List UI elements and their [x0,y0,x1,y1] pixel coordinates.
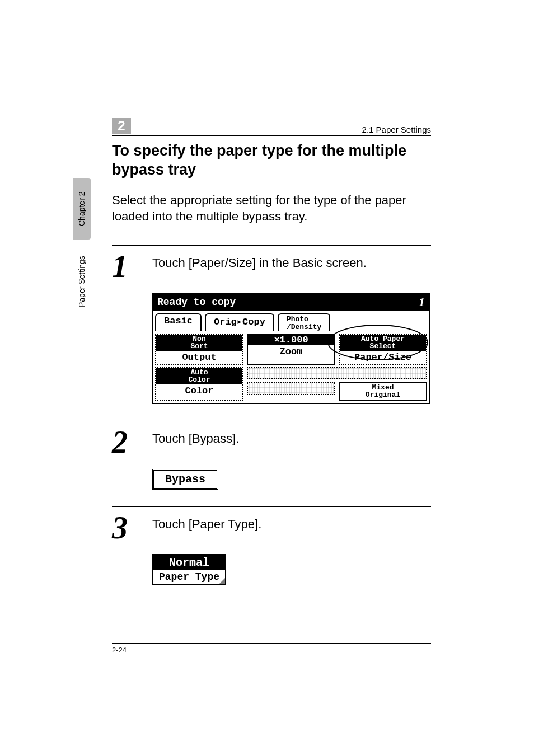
cell-mixed-original[interactable]: Mixed Original [339,382,427,401]
step-number: 2 [112,428,140,456]
chapter-number-box: 2 [112,118,131,134]
step-1: 1 Touch [Paper/Size] in the Basic screen… [112,245,431,404]
paper-type-button[interactable]: Normal Paper Type [152,554,226,585]
screen-title: Ready to copy [157,297,236,308]
breadcrumb: 2.1 Paper Settings [362,125,431,134]
page-number: 2-24 [112,646,127,654]
cell-output-label: Output [156,351,242,364]
tab-photo-density[interactable]: Photo /Density [278,313,330,331]
resize-corner-icon [219,578,225,584]
step-number: 1 [112,252,140,280]
cell-empty-left [247,382,335,395]
paper-type-top: Normal [153,555,225,570]
screen-count: 1 [419,295,425,309]
basic-screen: Ready to copy 1 Basic Orig▸Copy Photo /D… [152,293,430,404]
cell-zoom-val: ×1.000 [248,335,334,346]
paper-type-bottom: Paper Type [153,570,225,584]
cell-empty-top [247,367,427,379]
tab-basic[interactable]: Basic [155,313,202,331]
cell-paper-size[interactable]: Auto Paper Select Paper/Size [339,334,427,365]
step-text: Touch [Paper/Size] in the Basic screen. [152,252,367,270]
cell-output[interactable]: Non Sort Output [155,334,243,365]
sidebar-chapter-tab: Chapter 2 [73,178,91,240]
cell-non-sort: Non Sort [156,335,242,351]
cell-color-label: Color [156,384,242,397]
step-text: Touch [Paper Type]. [152,514,261,532]
sidebar-section-tab: Paper Settings [73,243,91,320]
cell-auto-color: Auto Color [156,368,242,384]
cell-zoom-label: Zoom [248,345,334,358]
step-number: 3 [112,514,140,542]
tab-orig-copy[interactable]: Orig▸Copy [205,313,274,331]
cell-color[interactable]: Auto Color Color [155,367,243,401]
step-text: Touch [Bypass]. [152,428,239,446]
cell-auto-paper-select: Auto Paper Select [340,335,426,351]
bypass-button[interactable]: Bypass [152,469,218,490]
cell-zoom[interactable]: ×1.000 Zoom [247,334,335,365]
header-bar: 2 2.1 Paper Settings [112,118,431,136]
page-footer: 2-24 [112,643,431,654]
section-title: To specify the paper type for the multip… [112,142,431,180]
section-intro: Select the appropriate setting for the t… [112,192,431,225]
cell-paper-size-label: Paper/Size [340,351,426,364]
step-2: 2 Touch [Bypass]. Bypass [112,421,431,489]
step-3: 3 Touch [Paper Type]. Normal Paper Type [112,506,431,585]
